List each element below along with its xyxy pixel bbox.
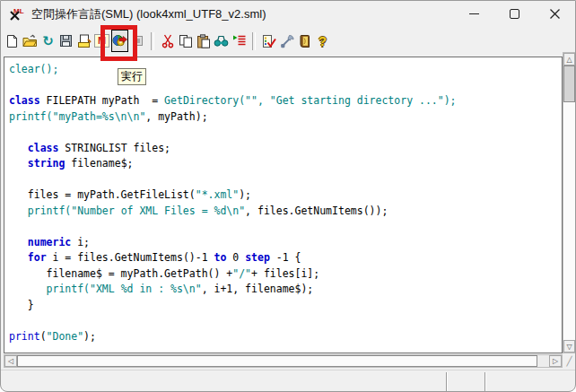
toolbar-separator xyxy=(252,32,256,50)
syntax-check-icon xyxy=(262,34,276,48)
status-bar-divider xyxy=(446,372,448,391)
status-bar xyxy=(1,370,575,392)
reload-icon: ↻ xyxy=(42,34,54,48)
code-line: } xyxy=(9,298,457,314)
minimize-button[interactable] xyxy=(454,1,494,27)
minimize-icon xyxy=(469,13,479,15)
floppy-disk-icon xyxy=(59,34,73,48)
status-bar-divider xyxy=(484,372,486,391)
open-file-button[interactable] xyxy=(22,30,39,52)
title-bar: ML 空間操作言語(SML) (look4xml_UTF8_v2.sml) xyxy=(1,1,575,27)
find-button[interactable] xyxy=(213,30,230,52)
help-button[interactable]: ? xyxy=(314,30,331,52)
scroll-up-arrow[interactable]: △ xyxy=(563,53,575,65)
goto-line-icon xyxy=(232,34,247,48)
window-title: 空間操作言語(SML) (look4xml_UTF8_v2.sml) xyxy=(31,6,266,22)
scissors-icon xyxy=(161,34,174,48)
code-line: filename$ = myPath.GetPath() +"/"+ files… xyxy=(9,266,457,283)
new-file-icon xyxy=(5,34,19,48)
vertical-scrollbar[interactable]: △ ▽ xyxy=(563,52,576,353)
code-line: print("Done"); xyxy=(9,329,457,345)
wrench-icon xyxy=(280,34,294,48)
maximize-button[interactable] xyxy=(494,1,535,27)
reference-book-icon xyxy=(298,34,311,48)
code-line xyxy=(9,219,457,235)
open-folder-icon xyxy=(22,34,38,48)
horizontal-scroll-thumb[interactable] xyxy=(17,355,537,367)
horizontal-scrollbar[interactable]: ◁ ▷ xyxy=(4,354,563,368)
code-editor[interactable]: clear(); class FILEPATH myPath = GetDire… xyxy=(4,57,563,353)
clipboard-icon xyxy=(196,34,211,48)
run-button-highlight-annotation xyxy=(100,25,137,61)
binoculars-icon xyxy=(214,34,229,48)
reference-book-button[interactable] xyxy=(296,30,313,52)
paste-button[interactable] xyxy=(195,30,212,52)
help-question-icon: ? xyxy=(319,33,327,48)
code-line: for i = files.GetNumItems()-1 to 0 step … xyxy=(9,250,457,266)
code-line: class STRINGLIST files; xyxy=(9,141,457,157)
scroll-left-arrow[interactable]: ◁ xyxy=(4,355,17,367)
code-line: printf("myPath=%s\n\n", myPath); xyxy=(9,109,457,126)
code-line: clear(); xyxy=(9,62,457,78)
code-line: string filename$; xyxy=(9,156,457,172)
run-tooltip: 実行 xyxy=(118,68,146,85)
code-line: files = myPath.GetFileList("*.xml"); xyxy=(9,187,457,204)
syntax-check-button[interactable] xyxy=(260,30,277,52)
vertical-scroll-thumb[interactable] xyxy=(563,65,575,102)
reload-button[interactable]: ↻ xyxy=(39,30,57,52)
code-line xyxy=(9,125,457,141)
app-icon[interactable]: ML xyxy=(9,6,24,22)
code-line xyxy=(9,78,457,94)
scrollbar-corner-resize-grip: ╱ xyxy=(563,354,576,368)
copy-button[interactable] xyxy=(177,30,194,52)
goto-line-button[interactable] xyxy=(231,30,248,52)
save-as-button[interactable] xyxy=(75,30,92,52)
close-icon xyxy=(549,8,561,20)
copy-pages-icon xyxy=(179,34,193,48)
code-line: numeric i; xyxy=(9,235,457,251)
code-line: printf("XML %d in : %s\n", i+1, filename… xyxy=(9,282,457,298)
save-button[interactable] xyxy=(57,30,74,52)
svg-text:ML: ML xyxy=(13,7,24,15)
new-file-button[interactable] xyxy=(4,30,21,52)
maximize-icon xyxy=(510,9,519,19)
scroll-right-arrow[interactable]: ▷ xyxy=(549,355,562,367)
code-line: class FILEPATH myPath = GetDirectory("",… xyxy=(9,93,457,109)
scroll-down-arrow[interactable]: ▽ xyxy=(563,340,575,353)
toolbar: ↻ M xyxy=(1,27,575,55)
code-line: printf("Number of XML Files = %d\n", fil… xyxy=(9,204,457,220)
app-window: ML 空間操作言語(SML) (look4xml_UTF8_v2.sml) xyxy=(0,0,576,392)
tools-button[interactable] xyxy=(278,30,295,52)
code-content: clear(); class FILEPATH myPath = GetDire… xyxy=(9,62,457,344)
cut-button[interactable] xyxy=(159,30,176,52)
save-as-icon xyxy=(77,34,92,48)
code-line xyxy=(9,172,457,188)
code-line xyxy=(9,313,457,329)
toolbar-separator xyxy=(151,32,154,50)
close-button[interactable] xyxy=(535,1,575,27)
